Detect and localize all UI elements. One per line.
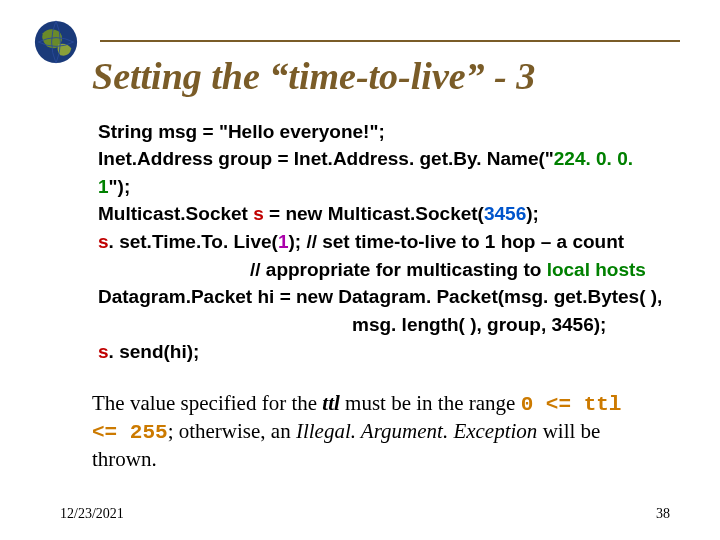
para-text: must be in the range (340, 391, 521, 415)
socket-var: s (98, 341, 109, 362)
para-text: The value specified for the (92, 391, 322, 415)
code-line: msg. length( ), group, 3456); (92, 311, 666, 339)
footer-page-number: 38 (656, 506, 670, 522)
code-text: "); (109, 176, 131, 197)
code-text: . set.Time.To. Live( (109, 231, 278, 252)
code-text: ); // set time-to-live to 1 hop – a coun… (288, 231, 624, 252)
para-text: ; otherwise, an (168, 419, 296, 443)
title-rule (100, 40, 680, 42)
code-text: ); (526, 203, 539, 224)
ttl-literal: 1 (278, 231, 289, 252)
code-line: Multicast.Socket s = new Multicast.Socke… (92, 200, 666, 228)
ttl-word: ttl (322, 391, 340, 415)
footer-date: 12/23/2021 (60, 506, 124, 522)
code-line: // appropriate for multicasting to local… (92, 256, 666, 284)
code-line: Inet.Address group = Inet.Address. get.B… (92, 145, 666, 200)
code-text: Multicast.Socket (98, 203, 253, 224)
explanatory-paragraph: The value specified for the ttl must be … (92, 390, 644, 474)
socket-var: s (253, 203, 264, 224)
code-block: String msg = "Hello everyone!"; Inet.Add… (92, 118, 666, 366)
slide-title: Setting the “time-to-live” - 3 (92, 56, 676, 98)
code-line: s. send(hi); (92, 338, 666, 366)
code-text: // appropriate for multicasting to (250, 259, 547, 280)
code-text: = new Multicast.Socket( (264, 203, 484, 224)
code-line: Datagram.Packet hi = new Datagram. Packe… (92, 283, 666, 311)
globe-icon (34, 20, 78, 64)
exception-name: Illegal. Argument. Exception (296, 419, 537, 443)
socket-var: s (98, 231, 109, 252)
code-text: Inet.Address group = Inet.Address. get.B… (98, 148, 554, 169)
local-hosts-text: local hosts (547, 259, 646, 280)
slide: Setting the “time-to-live” - 3 String ms… (0, 0, 720, 540)
port-literal: 3456 (484, 203, 526, 224)
code-text: . send(hi); (109, 341, 200, 362)
code-line: String msg = "Hello everyone!"; (92, 118, 666, 146)
code-line: s. set.Time.To. Live(1); // set time-to-… (92, 228, 666, 256)
